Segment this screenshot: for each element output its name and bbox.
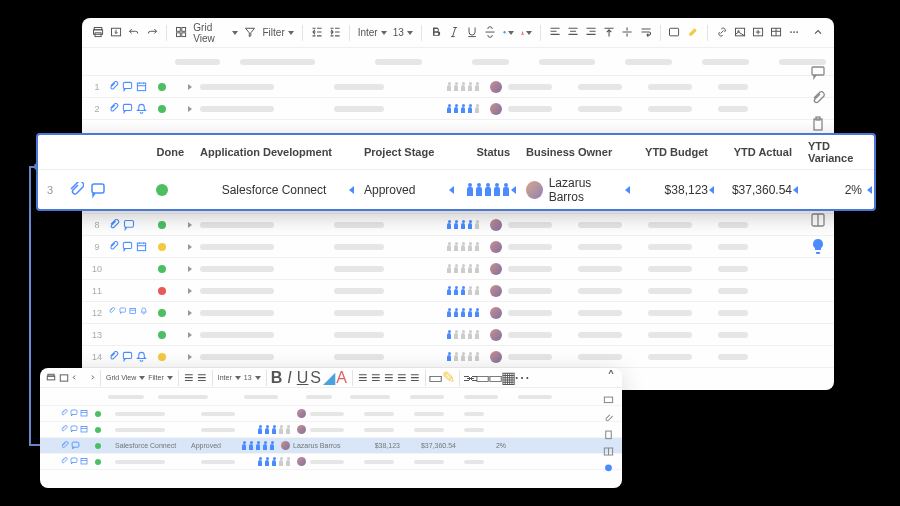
highlight-icon[interactable]: ✎ bbox=[444, 373, 454, 383]
wrap-icon[interactable] bbox=[640, 26, 652, 40]
expand-icon[interactable] bbox=[188, 288, 192, 294]
paperclip-icon[interactable] bbox=[60, 441, 69, 450]
chat-icon[interactable] bbox=[122, 103, 133, 115]
attachment-icon[interactable] bbox=[68, 182, 84, 198]
table-row[interactable]: 13 bbox=[82, 324, 834, 346]
chat-icon[interactable] bbox=[71, 441, 80, 450]
expand-icon[interactable] bbox=[188, 266, 192, 272]
image-icon[interactable]: ▭ bbox=[478, 373, 488, 383]
align-icon[interactable]: ≡ bbox=[384, 373, 394, 383]
table-row[interactable]: 11 bbox=[82, 280, 834, 302]
table-row[interactable]: 9 bbox=[82, 236, 834, 258]
redo-icon[interactable] bbox=[146, 26, 158, 40]
align-right-icon[interactable] bbox=[585, 26, 597, 40]
collapse-icon[interactable] bbox=[812, 26, 824, 40]
attachments-icon[interactable] bbox=[603, 409, 614, 420]
wrap-icon[interactable]: ≡ bbox=[410, 373, 420, 383]
paperclip-icon[interactable] bbox=[108, 219, 120, 231]
cal-icon[interactable] bbox=[136, 81, 147, 93]
paperclip-icon[interactable] bbox=[108, 103, 119, 115]
fill-color-icon[interactable]: ◢ bbox=[324, 373, 334, 383]
expand-icon[interactable] bbox=[188, 84, 192, 90]
print-icon[interactable] bbox=[46, 373, 56, 383]
table-row[interactable]: 8 bbox=[82, 214, 834, 236]
link-icon[interactable]: ⫘ bbox=[465, 373, 475, 383]
italic-icon[interactable]: I bbox=[285, 373, 295, 383]
bell-icon[interactable] bbox=[136, 351, 147, 363]
comments-icon[interactable] bbox=[603, 392, 614, 403]
underline-icon[interactable] bbox=[466, 26, 478, 40]
chat-icon[interactable] bbox=[70, 457, 78, 466]
more-icon[interactable] bbox=[788, 26, 800, 40]
cal-icon[interactable] bbox=[80, 425, 88, 434]
align-left-icon[interactable] bbox=[549, 26, 561, 40]
clipboard-icon[interactable] bbox=[810, 116, 826, 132]
table-row[interactable]: 12 bbox=[82, 302, 834, 324]
paperclip-icon[interactable] bbox=[108, 307, 116, 319]
chat-icon[interactable] bbox=[70, 409, 78, 418]
font-selector[interactable]: Inter bbox=[358, 27, 387, 38]
table-row[interactable]: 14 bbox=[82, 346, 834, 368]
more-icon[interactable]: ⋯ bbox=[517, 373, 527, 383]
highlight-icon[interactable] bbox=[687, 26, 699, 40]
valign-icon[interactable]: ≡ bbox=[397, 373, 407, 383]
expand-icon[interactable] bbox=[188, 310, 192, 316]
clipboard-icon[interactable] bbox=[603, 426, 614, 437]
view-selector[interactable]: Grid View bbox=[193, 22, 238, 44]
cell-status[interactable] bbox=[456, 183, 518, 197]
chat-icon[interactable] bbox=[70, 425, 78, 434]
cal-icon[interactable] bbox=[136, 241, 147, 253]
export-icon[interactable] bbox=[110, 26, 122, 40]
outdent-icon[interactable]: ≡ bbox=[184, 373, 194, 383]
redo-icon[interactable] bbox=[85, 373, 95, 383]
valign-top-icon[interactable] bbox=[603, 26, 615, 40]
expand-icon[interactable] bbox=[188, 332, 192, 338]
cal-icon[interactable] bbox=[129, 307, 137, 319]
strikethrough-icon[interactable]: S bbox=[311, 373, 321, 383]
cell-stage[interactable]: Approved bbox=[356, 183, 456, 197]
paperclip-icon[interactable] bbox=[60, 457, 68, 466]
cal-icon[interactable] bbox=[80, 409, 88, 418]
cell-owner[interactable]: Lazarus Barros bbox=[518, 176, 632, 204]
cell-actual[interactable]: $37,360.54 bbox=[716, 183, 800, 197]
format-icon[interactable]: ▭ bbox=[431, 373, 441, 383]
table-row[interactable]: 10 bbox=[82, 258, 834, 280]
image-icon[interactable] bbox=[734, 26, 746, 40]
expand-icon[interactable] bbox=[188, 222, 192, 228]
indent-icon[interactable] bbox=[329, 26, 341, 40]
chat-icon[interactable] bbox=[123, 219, 135, 231]
font-size-selector[interactable]: 13 bbox=[393, 27, 413, 38]
bold-icon[interactable] bbox=[430, 26, 442, 40]
table-row[interactable] bbox=[40, 406, 622, 422]
font-size-selector[interactable]: 13 bbox=[244, 374, 261, 381]
paperclip-icon[interactable] bbox=[108, 81, 119, 93]
bold-icon[interactable]: B bbox=[272, 373, 282, 383]
italic-icon[interactable] bbox=[448, 26, 460, 40]
collapse-icon[interactable]: ˄ bbox=[606, 373, 616, 383]
expand-icon[interactable] bbox=[188, 106, 192, 112]
bell-icon[interactable] bbox=[140, 307, 148, 319]
paperclip-icon[interactable] bbox=[108, 351, 119, 363]
comments-icon[interactable] bbox=[810, 64, 826, 80]
align-icon[interactable]: ≡ bbox=[371, 373, 381, 383]
table-row[interactable] bbox=[40, 454, 622, 470]
bell-icon[interactable] bbox=[136, 103, 147, 115]
book-icon[interactable] bbox=[810, 212, 826, 228]
align-center-icon[interactable] bbox=[567, 26, 579, 40]
underline-icon[interactable]: U bbox=[298, 373, 308, 383]
paperclip-icon[interactable] bbox=[60, 425, 68, 434]
insert-icon[interactable] bbox=[752, 26, 764, 40]
align-icon[interactable]: ≡ bbox=[358, 373, 368, 383]
table-row[interactable]: Salesforce Connect Approved Lazarus Barr… bbox=[40, 438, 622, 454]
paperclip-icon[interactable] bbox=[60, 409, 68, 418]
print-icon[interactable] bbox=[92, 26, 104, 40]
table-row[interactable]: 1 bbox=[82, 76, 834, 98]
text-color-icon[interactable]: A bbox=[337, 373, 347, 383]
font-selector[interactable]: Inter bbox=[218, 374, 241, 381]
table-icon[interactable] bbox=[770, 26, 782, 40]
chat-icon[interactable] bbox=[119, 307, 127, 319]
expand-icon[interactable] bbox=[188, 354, 192, 360]
tips-icon[interactable] bbox=[810, 238, 826, 254]
expand-icon[interactable] bbox=[188, 244, 192, 250]
table-row[interactable] bbox=[40, 422, 622, 438]
